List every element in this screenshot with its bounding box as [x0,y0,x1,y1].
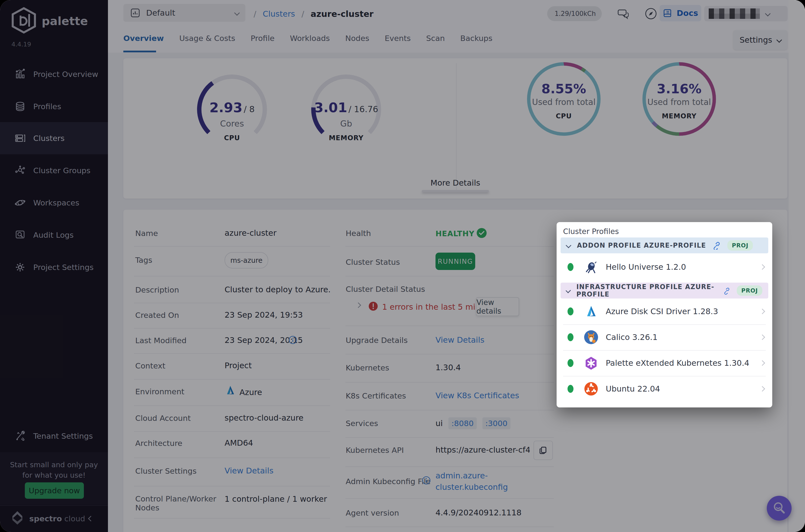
pxk-icon [583,355,599,371]
status-dot [568,263,574,271]
scope-badge: PROJ [727,240,753,251]
chevron-right-icon [760,360,765,366]
chevron-right-icon [760,386,765,392]
chevron-down-icon [566,243,572,248]
azure-icon [583,304,599,319]
cluster-profiles-panel: Cluster Profiles ADDON PROFILE AZURE-PRO… [557,222,772,407]
app-window: palette 4.4.19 Project Overview Profiles… [0,0,805,532]
link-icon[interactable] [723,286,730,295]
panel-title: Cluster Profiles [563,227,619,236]
status-dot [568,359,574,367]
calico-icon [583,329,599,345]
section-title: INFRASTRUCTURE PROFILE AZURE-PROFILE [576,283,717,298]
infrastructure-profile-section-header[interactable]: INFRASTRUCTURE PROFILE AZURE-PROFILE PRO… [560,283,768,299]
profile-name: Palette eXtended Kubernetes 1.30.4 [606,358,760,368]
profile-row-azure-csi[interactable]: Azure Disk CSI Driver 1.28.3 [560,299,768,324]
profile-row-pxk[interactable]: Palette eXtended Kubernetes 1.30.4 [560,350,768,376]
status-dot [568,307,574,316]
profile-name: Azure Disk CSI Driver 1.28.3 [606,307,760,316]
chevron-right-icon [760,335,765,340]
profile-name: Calico 3.26.1 [606,332,760,342]
section-title: ADDON PROFILE AZURE-PROFILE [577,242,706,249]
hello-universe-icon [583,259,599,275]
profile-row-ubuntu[interactable]: Ubuntu 22.04 [560,376,768,402]
chevron-down-icon [566,288,571,293]
profile-name: Hello Universe 1.2.0 [606,262,760,272]
profile-row-hello-universe[interactable]: Hello Universe 1.2.0 [560,253,768,281]
profile-name: Ubuntu 22.04 [606,384,760,394]
chevron-right-icon [760,309,765,315]
chevron-right-icon [760,264,765,270]
status-dot [568,333,574,341]
profile-row-calico[interactable]: Calico 3.26.1 [560,324,768,350]
status-dot [568,385,574,393]
link-icon[interactable] [712,241,721,250]
ubuntu-icon [583,381,599,397]
addon-profile-section-header[interactable]: ADDON PROFILE AZURE-PROFILE PROJ [560,238,768,253]
scope-badge: PROJ [737,285,762,296]
